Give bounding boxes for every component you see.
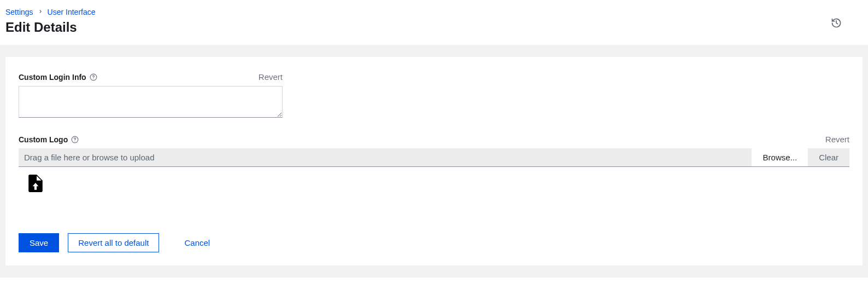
clear-button[interactable]: Clear	[808, 148, 849, 166]
breadcrumb-user-interface-link[interactable]: User Interface	[48, 8, 96, 16]
custom-logo-field: Custom Logo Revert Drag a file here or b…	[19, 135, 849, 194]
footer-actions: Save Revert all to default Cancel	[19, 233, 849, 252]
breadcrumb-settings-link[interactable]: Settings	[5, 8, 33, 16]
custom-login-info-label: Custom Login Info	[19, 73, 97, 82]
cancel-button[interactable]: Cancel	[178, 234, 216, 252]
revert-logo-link[interactable]: Revert	[825, 135, 849, 144]
custom-login-info-label-text: Custom Login Info	[19, 73, 86, 82]
history-icon[interactable]	[831, 18, 842, 30]
revert-all-button[interactable]: Revert all to default	[68, 233, 159, 252]
file-upload-icon	[28, 185, 43, 194]
help-icon[interactable]	[71, 136, 79, 143]
help-icon[interactable]	[90, 73, 97, 81]
save-button[interactable]: Save	[19, 233, 59, 252]
browse-button[interactable]: Browse...	[752, 148, 808, 166]
custom-login-info-field: Custom Login Info Revert	[19, 72, 283, 119]
upload-dropzone[interactable]: Drag a file here or browse to upload	[19, 148, 752, 166]
page-title: Edit Details	[5, 20, 863, 35]
chevron-right-icon	[38, 8, 43, 16]
custom-logo-label-text: Custom Logo	[19, 135, 68, 144]
custom-logo-label: Custom Logo	[19, 135, 79, 144]
revert-login-info-link[interactable]: Revert	[259, 72, 283, 82]
breadcrumb: Settings User Interface	[5, 8, 863, 16]
edit-panel: Custom Login Info Revert Custom Logo	[5, 57, 863, 265]
custom-login-info-textarea[interactable]	[19, 86, 283, 118]
